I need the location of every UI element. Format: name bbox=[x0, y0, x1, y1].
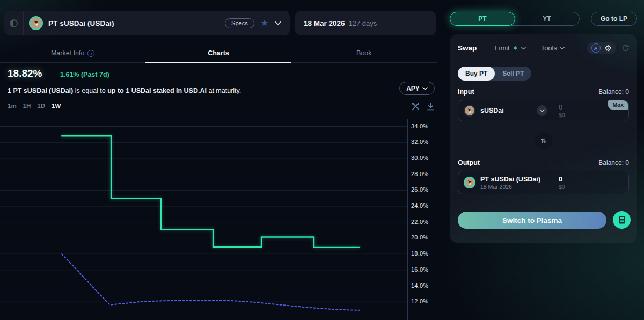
token-logo-icon bbox=[32, 19, 40, 27]
sparkle-icon: ✶ bbox=[513, 44, 518, 52]
limit-label: Limit bbox=[495, 44, 509, 52]
market-selector[interactable]: PT sUSDai (USDai) Specs ★ bbox=[4, 11, 290, 35]
input-label-row: Input Balance: 0 bbox=[458, 88, 629, 96]
tools-chevron-down-icon bbox=[560, 47, 565, 50]
apy-change-7d: 1.61% (Past 7d) bbox=[60, 71, 109, 78]
refresh-icon[interactable] bbox=[621, 44, 630, 52]
swap-arrows-icon bbox=[540, 137, 547, 144]
output-box: PT sUSDai (USDai) 18 Mar 2026 0 $0 bbox=[458, 171, 629, 194]
chart-download-icon[interactable] bbox=[426, 102, 435, 111]
input-box: sUSDai 0 $0 Max bbox=[458, 100, 629, 121]
y-tick-label: 30.0% bbox=[411, 155, 428, 161]
switch-to-plasma-button[interactable]: Switch to Plasma bbox=[458, 212, 606, 229]
favorite-star-icon[interactable]: ★ bbox=[261, 19, 268, 27]
range-1w[interactable]: 1W bbox=[52, 103, 61, 109]
apy-chart-canvas[interactable] bbox=[0, 119, 408, 320]
input-balance: Balance: 0 bbox=[598, 88, 629, 96]
tab-market-info[interactable]: Market Info i bbox=[0, 46, 145, 63]
output-token[interactable]: PT sUSDai (USDai) 18 Mar 2026 bbox=[458, 171, 553, 194]
watchlist-toggle[interactable] bbox=[4, 11, 24, 35]
tools-label: Tools bbox=[541, 44, 557, 52]
chart-range-buttons: 1m 1H 1D 1W bbox=[8, 103, 61, 109]
calculator-button[interactable] bbox=[613, 211, 631, 229]
input-token-selector[interactable]: sUSDai bbox=[458, 100, 553, 121]
limit-chevron-down-icon bbox=[521, 47, 526, 50]
input-label: Input bbox=[458, 88, 474, 96]
output-amount: 0 bbox=[559, 175, 628, 183]
gear-icon[interactable]: ⚙ bbox=[605, 44, 612, 52]
market-title: PT sUSDai (USDai) bbox=[48, 19, 114, 27]
app-root: PT sUSDai (USDai) Specs ★ 18 Mar 2026 12… bbox=[0, 0, 644, 320]
tools-menu[interactable]: Tools bbox=[541, 44, 565, 52]
input-token-chevron-down-icon[interactable] bbox=[537, 105, 547, 116]
tab-market-info-label: Market Info bbox=[51, 49, 85, 57]
chart-metric-label: APY bbox=[406, 85, 420, 92]
range-1h[interactable]: 1H bbox=[23, 103, 31, 109]
tab-charts[interactable]: Charts bbox=[145, 46, 291, 63]
market-chevron-down-icon[interactable] bbox=[275, 21, 281, 25]
yt-mode-button[interactable]: YT bbox=[515, 12, 579, 25]
output-balance: Balance: 0 bbox=[598, 159, 629, 166]
chart-tools-icon[interactable] bbox=[411, 102, 420, 111]
series-implied-apy-pt- bbox=[62, 136, 360, 248]
calculator-icon bbox=[618, 216, 626, 224]
chevron-down-icon bbox=[422, 87, 428, 90]
desc-equal: up to 1 USDai staked in USD.AI bbox=[107, 87, 207, 94]
buy-sell-toggle: Buy PT Sell PT bbox=[458, 67, 531, 81]
chart-toolbar bbox=[411, 102, 435, 111]
y-tick-label: 26.0% bbox=[411, 186, 428, 193]
y-tick-label: 16.0% bbox=[411, 266, 428, 273]
chart-metric-dropdown[interactable]: APY bbox=[399, 82, 435, 95]
desc-mid: is equal to bbox=[73, 87, 107, 94]
sell-pt-button[interactable]: Sell PT bbox=[495, 67, 531, 81]
info-icon: i bbox=[87, 50, 94, 57]
tab-charts-label: Charts bbox=[208, 49, 229, 57]
output-token-maturity: 18 Mar 2026 bbox=[480, 184, 540, 190]
go-to-lp-button[interactable]: Go to LP bbox=[591, 12, 637, 26]
maturity-date: 18 Mar 2026 bbox=[304, 19, 345, 27]
flip-direction-button[interactable] bbox=[535, 132, 552, 149]
y-tick-label: 12.0% bbox=[411, 298, 428, 304]
tab-book[interactable]: Book bbox=[291, 46, 437, 63]
auto-routing-icon[interactable]: A bbox=[591, 43, 601, 53]
output-token-avatar bbox=[464, 177, 475, 188]
output-label: Output bbox=[458, 159, 480, 166]
y-tick-label: 28.0% bbox=[411, 171, 428, 177]
crescent-icon bbox=[10, 19, 18, 27]
output-token-name: PT sUSDai (USDai) bbox=[480, 176, 540, 183]
output-label-row: Output Balance: 0 bbox=[458, 159, 629, 166]
pt-yt-toggle: PT YT bbox=[450, 12, 580, 26]
swap-panel-header: Swap Limit ✶ Tools A ⚙ bbox=[450, 34, 637, 54]
max-button[interactable]: Max bbox=[608, 100, 628, 110]
input-usd-value: $0 bbox=[559, 112, 628, 118]
range-1d[interactable]: 1D bbox=[37, 103, 45, 109]
pt-mode-button[interactable]: PT bbox=[450, 12, 515, 26]
swap-tab[interactable]: Swap bbox=[458, 44, 477, 52]
output-usd-value: $0 bbox=[559, 184, 628, 190]
y-tick-label: 34.0% bbox=[411, 123, 428, 129]
swap-panel: Swap Limit ✶ Tools A ⚙ bbox=[450, 34, 637, 243]
section-tabs: Market Info i Charts Book bbox=[0, 46, 437, 63]
limit-menu[interactable]: Limit ✶ bbox=[495, 44, 525, 52]
buy-pt-button[interactable]: Buy PT bbox=[458, 67, 495, 81]
desc-token: 1 PT sUSDai (USDai) bbox=[8, 87, 73, 94]
swap-settings-group: A ⚙ bbox=[587, 42, 616, 54]
y-tick-label: 24.0% bbox=[411, 202, 428, 209]
y-tick-label: 18.0% bbox=[411, 250, 428, 257]
chart-y-axis-labels: 34.0%32.0%30.0%28.0%26.0%24.0%22.0%20.0%… bbox=[411, 119, 436, 320]
y-tick-label: 20.0% bbox=[411, 234, 428, 241]
card-divider bbox=[450, 205, 637, 205]
tab-book-label: Book bbox=[356, 49, 372, 57]
y-tick-label: 22.0% bbox=[411, 219, 428, 225]
specs-button[interactable]: Specs bbox=[225, 18, 254, 28]
desc-end: at maturity. bbox=[207, 87, 241, 94]
pt-description: 1 PT sUSDai (USDai) is equal to up to 1 … bbox=[8, 87, 241, 94]
apy-chart[interactable] bbox=[0, 119, 408, 320]
input-token-name: sUSDai bbox=[480, 107, 504, 114]
y-tick-label: 14.0% bbox=[411, 282, 428, 289]
maturity-selector[interactable]: 18 Mar 2026 127 days bbox=[295, 11, 436, 35]
input-token-avatar bbox=[464, 105, 475, 117]
y-tick-label: 32.0% bbox=[411, 139, 428, 145]
range-1m[interactable]: 1m bbox=[8, 103, 17, 109]
pt-token-avatar bbox=[29, 16, 43, 30]
